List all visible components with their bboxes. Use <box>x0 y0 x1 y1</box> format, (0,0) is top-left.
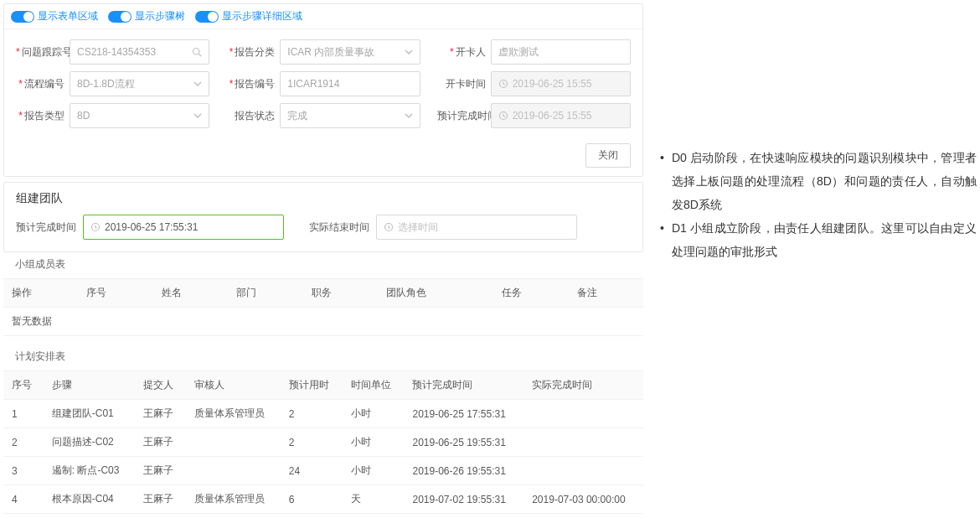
label-report-status: 报告状态 <box>235 110 275 122</box>
table-cell <box>186 428 281 457</box>
label-problem-tracking-no: 问题跟踪号 <box>22 46 72 58</box>
switch-icon <box>195 11 219 23</box>
chevron-down-icon <box>405 49 413 54</box>
toggle-show-form[interactable]: 显示表单区域 <box>11 9 98 23</box>
table-cell: 组建团队-C01 <box>44 400 135 428</box>
form-panel: 显示表单区域 显示步骤树 显示步骤详细区域 *问题跟踪号 CS218-14354… <box>3 3 643 177</box>
table-header: 序号 <box>3 371 44 400</box>
search-icon <box>192 47 202 57</box>
input-value: 1ICAR1914 <box>287 78 339 90</box>
table-cell: 6 <box>281 485 343 514</box>
svg-point-0 <box>193 49 200 55</box>
team-panel: 组建团队 预计完成时间 2019-06-25 17:55:31 实际结束时间 选… <box>3 182 643 252</box>
toggle-label: 显示步骤树 <box>135 9 185 23</box>
label-process-no: 流程编号 <box>24 78 64 90</box>
table-cell: 2019-07-02 19:55:31 <box>404 485 524 514</box>
table-cell: 2019-07-04 00:00:00 <box>524 514 643 519</box>
table-header: 团队角色 <box>378 279 493 308</box>
table-cell: 1 <box>3 400 44 428</box>
table-row[interactable]: 3遏制: 断点-C03王麻子24小时2019-06-26 19:55:31 <box>3 457 643 485</box>
table-header: 实际完成时间 <box>524 371 643 400</box>
label-report-category: 报告分类 <box>235 46 275 58</box>
table-cell: 2019-07-03 00:00:00 <box>524 485 643 514</box>
close-button[interactable]: 关闭 <box>585 143 631 168</box>
label-plan-complete-time: 预计完成时间 <box>437 110 498 122</box>
chevron-down-icon <box>405 113 413 118</box>
note-item: D0 启动阶段，在快速响应模块的问题识别模块中，管理者选择上板问题的处理流程（8… <box>660 146 977 216</box>
table-header: 职务 <box>303 279 378 308</box>
table-row[interactable]: 1组建团队-C01王麻子质量体系管理员2小时2019-06-25 17:55:3… <box>3 400 643 428</box>
chevron-down-icon <box>193 113 202 118</box>
select-report-category[interactable]: ICAR 内部质量事故 <box>280 39 420 65</box>
select-process-no[interactable]: 8D-1.8D流程 <box>70 71 209 96</box>
input-opener[interactable]: 虚欺测试 <box>491 39 631 65</box>
input-value: 虚欺测试 <box>498 45 539 60</box>
input-value: 2019-06-25 15:55 <box>513 110 592 122</box>
table-cell: 6 <box>281 514 343 519</box>
input-value: 8D <box>77 110 90 122</box>
input-problem-tracking-no[interactable]: CS218-14354353 <box>70 39 209 65</box>
clock-icon <box>498 111 508 121</box>
toggle-show-step-detail[interactable]: 显示步骤详细区域 <box>195 9 302 23</box>
table-header: 预计完成时间 <box>404 371 524 400</box>
table-row[interactable]: 2问题描述-C02王麻子2小时2019-06-25 19:55:31 <box>3 428 643 457</box>
table-cell: 王麻子 <box>135 514 186 519</box>
chevron-down-icon <box>193 81 202 86</box>
table-header: 预计用时 <box>281 371 343 400</box>
table-header: 操作 <box>3 279 78 308</box>
table-cell: 2019-06-26 19:55:31 <box>404 457 524 485</box>
label-report-no: 报告编号 <box>235 78 275 90</box>
table-header: 备注 <box>569 279 644 308</box>
table-cell <box>186 457 281 485</box>
clock-icon <box>498 79 508 89</box>
toggle-show-steps[interactable]: 显示步骤树 <box>108 9 185 23</box>
table-header: 姓名 <box>153 279 228 308</box>
table-cell: 质量体系管理员 <box>186 400 281 428</box>
side-notes: D0 启动阶段，在快速响应模块的问题识别模块中，管理者选择上板问题的处理流程（8… <box>660 146 977 263</box>
table-cell: 小时 <box>343 400 405 428</box>
input-value: ICAR 内部质量事故 <box>287 45 374 60</box>
input-open-time: 2019-06-25 15:55 <box>491 71 631 96</box>
select-report-status[interactable]: 完成 <box>280 103 420 128</box>
plan-title: 计划安排表 <box>3 336 643 370</box>
table-cell <box>524 457 643 485</box>
input-value: CS218-14354353 <box>77 46 156 58</box>
table-cell: 3 <box>3 457 44 485</box>
table-cell: 2019-06-25 19:55:31 <box>404 428 524 457</box>
table-cell: 天 <box>343 485 405 514</box>
input-report-no[interactable]: 1ICAR1914 <box>280 71 420 96</box>
svg-line-1 <box>199 54 202 56</box>
table-row[interactable]: 4根本原因-C04王麻子质量体系管理员6天2019-07-02 19:55:31… <box>3 485 643 514</box>
input-plan-complete-time-team[interactable]: 2019-06-25 17:55:31 <box>83 215 284 240</box>
table-cell: 王麻子 <box>135 400 186 428</box>
table-cell: 小时 <box>343 428 405 457</box>
team-title: 组建团队 <box>4 183 642 215</box>
switch-icon <box>108 11 132 23</box>
clock-icon <box>384 222 394 232</box>
members-title: 小组成员表 <box>3 257 643 278</box>
table-cell: 遏制: 断点-C03 <box>44 457 135 485</box>
select-report-type[interactable]: 8D <box>70 103 209 128</box>
input-value: 8D-1.8D流程 <box>77 77 135 91</box>
table-cell: 5 <box>3 514 44 519</box>
table-row[interactable]: 5纠正措施-C05王麻子6天2019-07-08 19:55:312019-07… <box>3 514 643 519</box>
table-cell: 24 <box>281 457 343 485</box>
members-table: 操作序号姓名部门职务团队角色任务备注 暂无数据 <box>3 278 643 336</box>
table-cell: 4 <box>3 485 44 514</box>
table-cell: 2 <box>281 400 343 428</box>
table-cell <box>524 428 643 457</box>
table-cell: 根本原因-C04 <box>44 485 135 514</box>
table-cell: 王麻子 <box>135 457 186 485</box>
table-header: 任务 <box>493 279 568 308</box>
table-cell: 王麻子 <box>135 428 186 457</box>
input-actual-end-time[interactable]: 选择时间 <box>376 215 577 240</box>
table-header: 提交人 <box>135 371 186 400</box>
table-cell: 2019-07-08 19:55:31 <box>404 514 524 519</box>
table-cell: 小时 <box>343 457 405 485</box>
table-header: 序号 <box>78 279 152 308</box>
table-cell: 2019-06-25 17:55:31 <box>404 400 524 428</box>
table-cell: 纠正措施-C05 <box>44 514 135 519</box>
switch-icon <box>11 11 34 23</box>
table-cell <box>524 400 643 428</box>
table-cell <box>186 514 281 519</box>
